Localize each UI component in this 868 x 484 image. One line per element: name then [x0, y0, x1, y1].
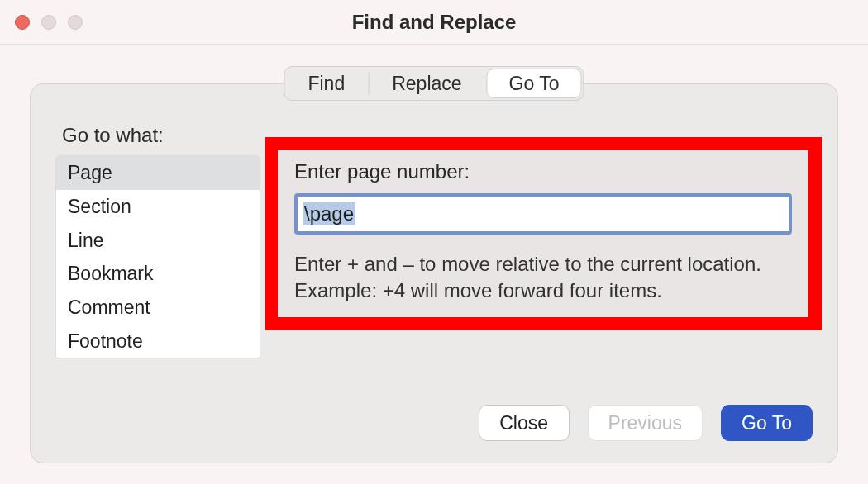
button-row: Close Previous Go To — [479, 405, 813, 441]
list-item-page[interactable]: Page — [56, 156, 260, 190]
page-number-hint: Enter + and – to move relative to the cu… — [294, 251, 792, 305]
list-item-line[interactable]: Line — [56, 224, 260, 258]
page-number-input[interactable]: \page — [294, 193, 792, 235]
content-area: Find Replace Go To Go to what: Page Sect… — [0, 45, 868, 463]
list-item-comment[interactable]: Comment — [56, 291, 260, 325]
window-close-button[interactable] — [15, 15, 30, 30]
previous-button: Previous — [588, 405, 703, 441]
titlebar: Find and Replace — [0, 0, 868, 45]
window-minimize-button[interactable] — [41, 15, 56, 30]
tab-replace[interactable]: Replace — [369, 67, 484, 100]
page-number-input-value: \page — [303, 202, 355, 225]
window-title: Find and Replace — [352, 11, 517, 34]
tab-find[interactable]: Find — [284, 67, 368, 100]
list-item-section[interactable]: Section — [56, 190, 260, 224]
tab-bar: Find Replace Go To — [284, 66, 584, 101]
close-button[interactable]: Close — [479, 405, 570, 441]
goto-listbox[interactable]: Page Section Line Bookmark Comment Footn… — [55, 155, 260, 358]
list-item-bookmark[interactable]: Bookmark — [56, 257, 260, 291]
goto-button[interactable]: Go To — [721, 405, 813, 441]
highlight-annotation: Enter page number: \page Enter + and – t… — [265, 137, 822, 330]
traffic-lights — [15, 15, 83, 30]
window-zoom-button[interactable] — [68, 15, 83, 30]
page-number-label: Enter page number: — [294, 160, 792, 183]
list-item-endnote[interactable]: Endnote — [56, 358, 260, 359]
list-item-footnote[interactable]: Footnote — [56, 325, 260, 358]
tab-goto[interactable]: Go To — [488, 69, 581, 97]
highlight-inner: Enter page number: \page Enter + and – t… — [278, 150, 808, 305]
